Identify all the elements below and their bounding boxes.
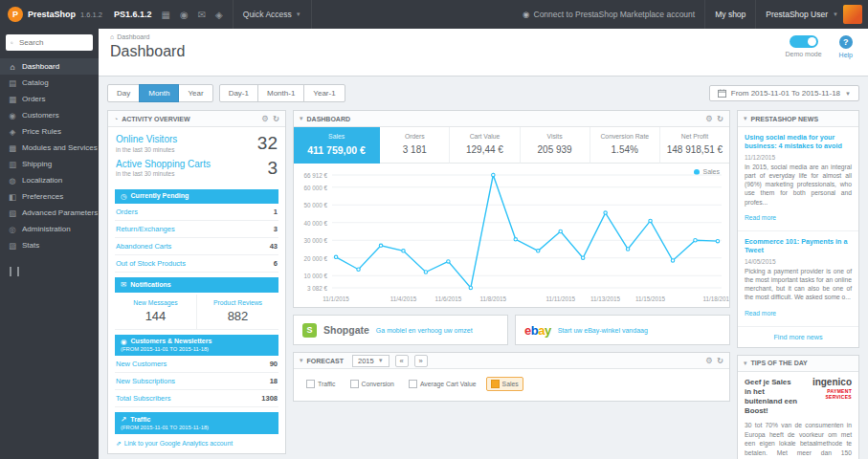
sidebar-item-preferences[interactable]: ◧ Preferences bbox=[0, 188, 99, 205]
forecast-year-select[interactable]: 2015 ▼ bbox=[352, 355, 389, 367]
forecast-legend-traffic[interactable]: Traffic bbox=[301, 377, 341, 391]
quick-access-menu[interactable]: Quick Access ▼ bbox=[233, 0, 312, 29]
gear-icon[interactable]: ⚙ bbox=[705, 115, 713, 123]
chevron-down-icon[interactable]: ▾ bbox=[744, 115, 747, 122]
sidebar-item-orders[interactable]: ▦ Orders bbox=[0, 91, 99, 107]
quick-access-label: Quick Access bbox=[243, 10, 292, 19]
sidebar-collapse-icon[interactable] bbox=[10, 267, 19, 276]
row-label[interactable]: Out of Stock Products bbox=[116, 259, 186, 268]
row-label[interactable]: New Customers bbox=[116, 360, 167, 368]
ingenico-name: ingenico bbox=[802, 378, 852, 387]
kpi-value: 411 759,00 € bbox=[296, 144, 377, 156]
active-carts-row[interactable]: Active Shopping Carts in the last 30 min… bbox=[116, 159, 278, 178]
ingenico-logo: ingenico PAYMENT SERVICES bbox=[802, 378, 852, 417]
row-label[interactable]: Return/Exchanges bbox=[116, 225, 175, 233]
updates-icon[interactable]: ◈ bbox=[215, 10, 223, 20]
ebay-letter: y bbox=[545, 323, 551, 338]
x-axis-tick: 11/13/2015 bbox=[590, 295, 620, 302]
forecast-legend-sales[interactable]: Sales bbox=[486, 377, 523, 391]
customers-notifications-icon[interactable]: ◉ bbox=[180, 10, 189, 20]
chart-y-axis: 66 912 €60 000 €50 000 €40 000 €30 000 €… bbox=[294, 171, 330, 292]
ebay-link[interactable]: Start uw eBay-winkel vandaag bbox=[558, 327, 648, 334]
kpi-orders[interactable]: Orders 3 181 bbox=[380, 127, 450, 164]
date-range-picker[interactable]: From 2015-11-01 To 2015-11-18 ▼ bbox=[709, 85, 859, 101]
gear-icon[interactable]: ⚙ bbox=[261, 115, 269, 123]
chevron-down-icon[interactable]: ▾ bbox=[300, 115, 303, 122]
y-axis-tick: 50 000 € bbox=[303, 202, 327, 208]
demo-mode-toggle[interactable] bbox=[790, 35, 818, 48]
tips-body: Geef je Sales in het buitenland een Boos… bbox=[738, 372, 858, 459]
kpi-cart-value[interactable]: Cart Value 129,44 € bbox=[450, 127, 520, 164]
read-more-link[interactable]: Read more bbox=[745, 214, 776, 221]
x-axis-tick: 11/4/2015 bbox=[390, 295, 417, 302]
filter-day-1-button[interactable]: Day-1 bbox=[219, 84, 258, 102]
messages-notifications-icon[interactable]: ✉ bbox=[198, 10, 206, 20]
topbar: P PrestaShop 1.6.1.2 PS1.6.1.2 ▦ ◉ ✉ ◈ Q… bbox=[0, 0, 868, 29]
read-more-link[interactable]: Read more bbox=[745, 310, 776, 317]
refresh-icon[interactable]: ↻ bbox=[273, 115, 279, 123]
chevron-down-icon[interactable]: ▾ bbox=[744, 360, 747, 367]
module-ads-row: S Shopgate Ga mobiel en verhoog uw omzet… bbox=[293, 315, 730, 345]
traffic-header[interactable]: ↗ Traffic (FROM 2015-11-01 TO 2015-11-18… bbox=[115, 412, 278, 434]
row-label[interactable]: Orders bbox=[116, 208, 138, 216]
filter-day-button[interactable]: Day bbox=[107, 84, 140, 102]
user-menu[interactable]: PrestaShop User ▼ bbox=[755, 0, 868, 29]
forecast-legend-conversion[interactable]: Conversion bbox=[345, 377, 399, 391]
customers-newsletters-header[interactable]: ◉ Customers & Newsletters (FROM 2015-11-… bbox=[115, 335, 278, 357]
filter-year-button[interactable]: Year bbox=[178, 84, 212, 102]
shipping-icon: ▥ bbox=[8, 160, 17, 169]
kpi-net-profit[interactable]: Net Profit 148 918,51 € bbox=[660, 127, 729, 164]
sidebar-item-customers[interactable]: ◉ Customers bbox=[0, 107, 99, 123]
kpi-conversion-rate[interactable]: Conversion Rate 1.54% bbox=[590, 127, 660, 164]
row-label[interactable]: Abandoned Carts bbox=[116, 242, 171, 251]
notifications-header[interactable]: ✉ Notifications bbox=[115, 277, 278, 292]
tips-top: Geef je Sales in het buitenland een Boos… bbox=[745, 378, 852, 417]
refresh-icon[interactable]: ↻ bbox=[717, 115, 723, 123]
news-article-date: 11/12/2015 bbox=[745, 154, 852, 161]
home-icon: ⌂ bbox=[110, 33, 114, 40]
forecast-prev-button[interactable]: « bbox=[395, 355, 409, 367]
sidebar-item-advanced-parameters[interactable]: ▧ Advanced Parameters bbox=[0, 205, 99, 221]
row-label[interactable]: Total Subscribers bbox=[116, 394, 171, 403]
sidebar-item-administration[interactable]: ◎ Administration bbox=[0, 221, 99, 237]
help-icon[interactable]: ? bbox=[839, 35, 853, 49]
y-axis-tick: 10 000 € bbox=[303, 273, 327, 279]
refresh-icon[interactable]: ↻ bbox=[717, 357, 723, 365]
shopgate-link[interactable]: Ga mobiel en verhoog uw omzet bbox=[376, 327, 473, 334]
sidebar-item-dashboard[interactable]: ⌂ Dashboard bbox=[0, 58, 99, 75]
my-shop-link[interactable]: My shop bbox=[704, 0, 755, 29]
row-label[interactable]: New Subscriptions bbox=[116, 377, 175, 385]
pending-row-returns: Return/Exchanges 3 bbox=[115, 221, 278, 238]
sidebar-item-shipping[interactable]: ▥ Shipping bbox=[0, 156, 99, 172]
gear-icon[interactable]: ⚙ bbox=[705, 357, 713, 365]
filter-month-1-button[interactable]: Month-1 bbox=[257, 84, 304, 102]
find-more-news-link[interactable]: Find more news bbox=[738, 327, 858, 347]
shop-name: PS1.6.1.2 bbox=[114, 10, 152, 19]
sidebar-item-price-rules[interactable]: ◈ Price Rules bbox=[0, 123, 99, 140]
chevron-down-icon[interactable]: ▾ bbox=[300, 357, 303, 364]
kpi-visits[interactable]: Visits 205 939 bbox=[521, 127, 590, 164]
orders-icon: ▦ bbox=[8, 95, 17, 104]
filter-year-1-button[interactable]: Year-1 bbox=[303, 84, 345, 102]
news-article-title[interactable]: Ecommerce 101: Payments in a Tweet bbox=[745, 237, 852, 255]
forecast-legend-average-cart-value[interactable]: Average Cart Value bbox=[404, 377, 481, 391]
google-analytics-link[interactable]: ⇗ Link to your Google Analytics account bbox=[108, 434, 285, 453]
kpi-sales[interactable]: Sales 411 759,00 € bbox=[294, 127, 380, 164]
forecast-next-button[interactable]: » bbox=[414, 355, 428, 367]
breadcrumb[interactable]: ⌂ Dashboard bbox=[110, 33, 857, 40]
prestashop-brand[interactable]: P PrestaShop 1.6.1.2 bbox=[0, 7, 110, 22]
sidebar-item-stats[interactable]: ▨ Stats bbox=[0, 237, 99, 253]
orders-notifications-icon[interactable]: ▦ bbox=[161, 10, 169, 20]
news-article-title[interactable]: Using social media for your business: 4 … bbox=[745, 133, 852, 151]
online-visitors-row[interactable]: Online Visitors in the last 30 minutes 3… bbox=[116, 134, 278, 153]
new-messages-cell[interactable]: New Messages 144 bbox=[115, 295, 196, 329]
filter-month-button[interactable]: Month bbox=[139, 84, 179, 102]
product-reviews-cell[interactable]: Product Reviews 882 bbox=[196, 295, 278, 329]
sidebar-search[interactable] bbox=[6, 34, 93, 51]
marketplace-link[interactable]: ◉ Connect to PrestaShop Marketplace acco… bbox=[513, 10, 704, 19]
sidebar-item-catalog[interactable]: ▤ Catalog bbox=[0, 75, 99, 91]
sidebar-item-modules-and-services[interactable]: ▩ Modules and Services bbox=[0, 140, 99, 156]
sidebar-item-localization[interactable]: ◍ Localization bbox=[0, 172, 99, 188]
search-input[interactable] bbox=[17, 37, 88, 48]
currently-pending-header[interactable]: ◷ Currently Pending bbox=[115, 189, 278, 204]
